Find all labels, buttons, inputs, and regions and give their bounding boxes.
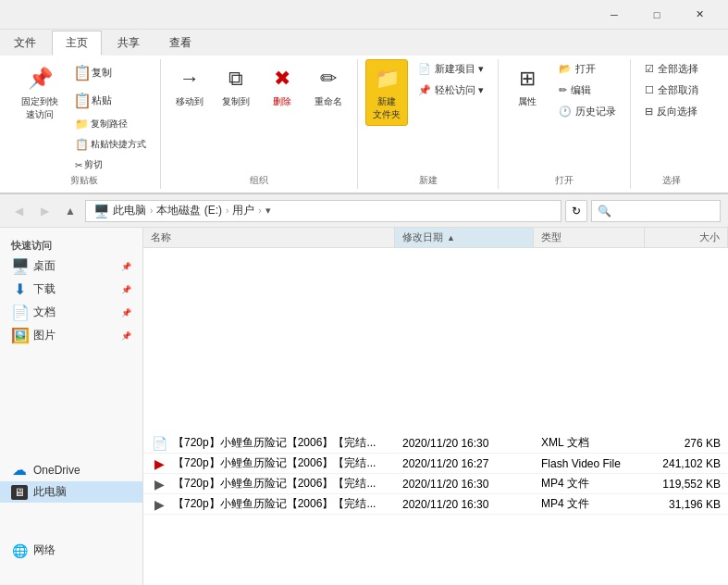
forward-button[interactable]: ▶ [33, 200, 56, 222]
copy-to-icon: ⧉ [221, 64, 251, 93]
sidebar-item-network[interactable]: 🌐 网络 [0, 540, 142, 561]
back-button[interactable]: ◀ [7, 200, 30, 222]
file-size-cell: 119,552 KB [645, 474, 728, 493]
pin-indicator3: 📌 [121, 308, 131, 317]
edit-button[interactable]: ✏ 编辑 [552, 81, 623, 100]
move-to-button[interactable]: → 移动到 [168, 59, 211, 113]
cut-icon: ✂ [75, 160, 82, 170]
history-button[interactable]: 🕐 历史记录 [552, 102, 623, 121]
copy-to-button[interactable]: ⧉ 复制到 [215, 59, 257, 113]
col-size[interactable]: 大小 [645, 228, 728, 247]
new-buttons: 📁 新建文件夹 📄 新建项目 ▾ 📌 轻松访问 ▾ [365, 59, 490, 174]
onedrive-icon: ☁ [11, 461, 28, 479]
network-icon: 🌐 [11, 543, 28, 558]
new-item-icon: 📄 [418, 63, 431, 75]
file-type-cell: Flash Video File [534, 454, 645, 473]
pin-indicator2: 📌 [121, 285, 131, 294]
tab-home[interactable]: 主页 [52, 31, 102, 56]
easy-access-button[interactable]: 📌 轻松访问 ▾ [412, 81, 490, 100]
sep2: › [226, 205, 228, 216]
sidebar-item-this-pc[interactable]: 🖥 此电脑 [0, 481, 142, 503]
copy-icon: 📋 [73, 63, 92, 81]
sidebar-item-documents[interactable]: 📄 文档 📌 [0, 301, 142, 324]
open-group: ⊞ 属性 📂 打开 ✏ 编辑 🕐 历史记录 [499, 59, 631, 189]
properties-button[interactable]: ⊞ 属性 [506, 59, 549, 113]
minimize-button[interactable]: ─ [593, 0, 635, 30]
tab-view[interactable]: 查看 [155, 31, 205, 56]
rename-icon: ✏ [314, 64, 343, 93]
path-this-pc[interactable]: 此电脑 [113, 203, 146, 218]
new-folder-icon: 📁 [372, 64, 401, 93]
col-date[interactable]: 修改日期 ▲ [395, 228, 534, 247]
mp4-file-icon: ▶ [151, 477, 167, 492]
tab-share[interactable]: 共享 [104, 31, 154, 56]
pin-indicator: 📌 [121, 262, 131, 271]
move-icon: → [175, 64, 204, 93]
search-input[interactable] [615, 205, 714, 217]
copy-path-button[interactable]: 📁 复制路径 [68, 115, 153, 133]
quick-access-label: 快速访问 [0, 235, 142, 255]
file-date-cell: 2020/11/20 16:30 [395, 494, 534, 514]
select-all-button[interactable]: ☑ 全部选择 [638, 59, 705, 79]
pictures-icon: 🖼️ [11, 327, 28, 344]
refresh-button[interactable]: ↻ [565, 200, 587, 222]
tab-file[interactable]: 文件 [0, 31, 50, 56]
new-label: 新建 [419, 174, 438, 189]
pin-icon: 📌 [25, 64, 55, 93]
file-date-cell: 2020/11/20 16:30 [395, 474, 534, 493]
xml-file-icon: 📄 [151, 436, 167, 451]
paste-shortcut-button[interactable]: 📋 粘贴快捷方式 [68, 135, 153, 154]
title-bar-buttons: ─ □ ✕ [593, 0, 721, 30]
address-dropdown-button[interactable]: ▾ [265, 205, 271, 217]
sort-arrow: ▲ [447, 233, 455, 243]
mp4-file2-icon: ▶ [151, 497, 167, 512]
maximize-button[interactable]: □ [635, 0, 678, 30]
file-size-cell: 241,102 KB [645, 454, 728, 473]
clipboard-buttons: 📌 固定到快速访问 📋 复制 📋 粘贴 📁 复制路径 [15, 59, 153, 174]
path-users[interactable]: 用户 [232, 203, 254, 218]
easy-access-icon: 📌 [418, 84, 431, 96]
col-type[interactable]: 类型 [534, 228, 645, 247]
properties-icon: ⊞ [512, 64, 542, 93]
organize-group: → 移动到 ⧉ 复制到 ✖ 删除 ✏ 重命名 组织 [161, 59, 358, 189]
sidebar-item-onedrive[interactable]: ☁ OneDrive [0, 458, 142, 481]
table-row[interactable]: 📄 【720p】小鲤鱼历险记【2006】【完结... 2020/11/20 16… [143, 433, 728, 454]
sidebar-item-desktop[interactable]: 🖥️ 桌面 📌 [0, 255, 142, 278]
paste-button[interactable]: 📋 粘贴 [68, 87, 153, 113]
empty-area [143, 248, 728, 433]
sidebar-item-downloads[interactable]: ⬇ 下载 📌 [0, 278, 142, 301]
edit-icon: ✏ [559, 84, 567, 96]
downloads-icon: ⬇ [11, 280, 28, 298]
path-drive[interactable]: 本地磁盘 (E:) [156, 203, 222, 218]
ribbon-content: 📌 固定到快速访问 📋 复制 📋 粘贴 📁 复制路径 [0, 56, 728, 193]
file-size-cell: 276 KB [645, 433, 728, 453]
address-bar: ◀ ▶ ▲ 🖥️ 此电脑 › 本地磁盘 (E:) › 用户 › ▾ ↻ 🔍 [0, 194, 728, 228]
select-buttons: ☑ 全部选择 ☐ 全部取消 ⊟ 反向选择 [638, 59, 705, 174]
new-item-button[interactable]: 📄 新建项目 ▾ [412, 59, 490, 79]
table-row[interactable]: ▶ 【720p】小鲤鱼历险记【2006】【完结... 2020/11/20 16… [143, 494, 728, 515]
select-none-button[interactable]: ☐ 全部取消 [638, 81, 705, 100]
open-button[interactable]: 📂 打开 [552, 59, 623, 79]
table-row[interactable]: ▶ 【720p】小鲤鱼历险记【2006】【完结... 2020/11/20 16… [143, 474, 728, 494]
invert-selection-button[interactable]: ⊟ 反向选择 [638, 102, 705, 121]
select-group: ☑ 全部选择 ☐ 全部取消 ⊟ 反向选择 选择 [631, 59, 712, 189]
copy-button[interactable]: 📋 复制 [68, 59, 153, 85]
main-area: 快速访问 🖥️ 桌面 📌 ⬇ 下载 📌 📄 文档 📌 🖼️ 图片 📌 ☁ One… [0, 228, 728, 585]
close-button[interactable]: ✕ [678, 0, 721, 30]
title-bar: ─ □ ✕ [0, 0, 728, 30]
sidebar-item-pictures[interactable]: 🖼️ 图片 📌 [0, 324, 142, 347]
open-sub-buttons: 📂 打开 ✏ 编辑 🕐 历史记录 [552, 59, 623, 121]
search-box: 🔍 [591, 200, 721, 222]
pin-to-quick-access-button[interactable]: 📌 固定到快速访问 [15, 59, 65, 126]
cut-button[interactable]: ✂ 剪切 [68, 156, 153, 174]
up-button[interactable]: ▲ [59, 200, 81, 222]
table-row[interactable]: ▶ 【720p】小鲤鱼历险记【2006】【完结... 2020/11/20 16… [143, 454, 728, 474]
delete-icon: ✖ [267, 64, 297, 93]
new-folder-button[interactable]: 📁 新建文件夹 [365, 59, 408, 126]
rename-button[interactable]: ✏ 重命名 [307, 59, 350, 113]
col-name[interactable]: 名称 [143, 228, 395, 247]
this-pc-icon: 🖥 [11, 485, 28, 500]
file-name-cell: ▶ 【720p】小鲤鱼历险记【2006】【完结... [143, 454, 395, 473]
paste-shortcut-icon: 📋 [75, 138, 89, 151]
delete-button[interactable]: ✖ 删除 [261, 59, 303, 113]
